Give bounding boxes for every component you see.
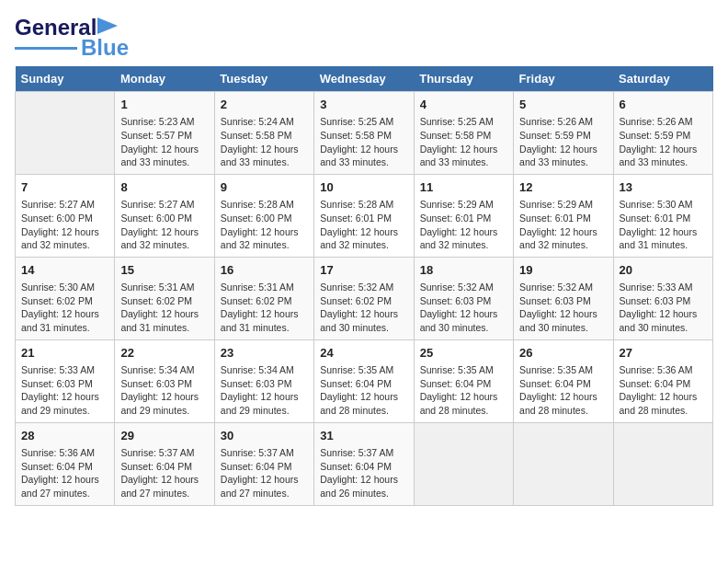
calendar-cell: 30Sunrise: 5:37 AMSunset: 6:04 PMDayligh… — [214, 422, 313, 505]
day-number: 31 — [320, 428, 407, 444]
calendar-cell: 14Sunrise: 5:30 AMSunset: 6:02 PMDayligh… — [16, 257, 115, 339]
day-number: 10 — [320, 179, 407, 196]
calendar-week-row: 21Sunrise: 5:33 AMSunset: 6:03 PMDayligh… — [16, 339, 713, 422]
calendar-cell: 8Sunrise: 5:27 AMSunset: 6:00 PMDaylight… — [115, 174, 214, 257]
page-header: General Blue — [15, 15, 713, 59]
day-number: 16 — [221, 262, 308, 279]
day-info: Sunrise: 5:32 AMSunset: 6:03 PMDaylight:… — [420, 281, 507, 335]
day-info: Sunrise: 5:33 AMSunset: 6:03 PMDaylight:… — [21, 363, 108, 418]
day-number: 8 — [120, 179, 208, 196]
day-info: Sunrise: 5:28 AMSunset: 6:01 PMDaylight:… — [320, 198, 407, 252]
day-number: 11 — [420, 179, 507, 196]
day-number: 2 — [221, 97, 308, 113]
day-info: Sunrise: 5:36 AMSunset: 6:04 PMDaylight:… — [21, 446, 108, 500]
day-number: 13 — [620, 179, 707, 196]
day-number: 28 — [21, 428, 108, 444]
calendar-header-row: SundayMondayTuesdayWednesdayThursdayFrid… — [16, 66, 713, 92]
day-info: Sunrise: 5:33 AMSunset: 6:03 PMDaylight:… — [620, 281, 707, 335]
calendar-cell: 9Sunrise: 5:28 AMSunset: 6:00 PMDaylight… — [214, 174, 313, 257]
calendar-cell — [613, 422, 712, 505]
day-number: 15 — [120, 262, 208, 279]
calendar-cell: 3Sunrise: 5:25 AMSunset: 5:58 PMDaylight… — [314, 92, 414, 175]
day-info: Sunrise: 5:31 AMSunset: 6:02 PMDaylight:… — [120, 281, 208, 335]
day-number: 29 — [120, 428, 208, 444]
calendar-week-row: 7Sunrise: 5:27 AMSunset: 6:00 PMDaylight… — [16, 174, 713, 257]
calendar-cell: 17Sunrise: 5:32 AMSunset: 6:02 PMDayligh… — [314, 257, 414, 339]
calendar-cell: 6Sunrise: 5:26 AMSunset: 5:59 PMDaylight… — [613, 92, 712, 175]
day-info: Sunrise: 5:35 AMSunset: 6:04 PMDaylight:… — [420, 363, 507, 418]
day-number: 26 — [519, 345, 607, 362]
weekday-header-thursday: Thursday — [414, 66, 513, 92]
calendar-cell: 4Sunrise: 5:25 AMSunset: 5:58 PMDaylight… — [414, 92, 513, 175]
calendar-cell: 2Sunrise: 5:24 AMSunset: 5:58 PMDaylight… — [214, 92, 313, 175]
day-number: 21 — [21, 345, 108, 362]
day-number: 1 — [120, 97, 208, 113]
day-number: 7 — [21, 179, 108, 196]
day-info: Sunrise: 5:26 AMSunset: 5:59 PMDaylight:… — [519, 115, 607, 169]
calendar-cell: 15Sunrise: 5:31 AMSunset: 6:02 PMDayligh… — [115, 257, 214, 339]
calendar-cell: 29Sunrise: 5:37 AMSunset: 6:04 PMDayligh… — [115, 422, 214, 505]
day-info: Sunrise: 5:34 AMSunset: 6:03 PMDaylight:… — [221, 363, 308, 418]
day-number: 30 — [221, 428, 308, 444]
calendar-cell — [414, 422, 513, 505]
calendar-cell: 19Sunrise: 5:32 AMSunset: 6:03 PMDayligh… — [514, 257, 613, 339]
day-info: Sunrise: 5:36 AMSunset: 6:04 PMDaylight:… — [620, 363, 707, 418]
calendar-cell: 20Sunrise: 5:33 AMSunset: 6:03 PMDayligh… — [613, 257, 712, 339]
calendar-cell: 10Sunrise: 5:28 AMSunset: 6:01 PMDayligh… — [314, 174, 414, 257]
calendar-cell: 7Sunrise: 5:27 AMSunset: 6:00 PMDaylight… — [16, 174, 115, 257]
calendar-cell: 23Sunrise: 5:34 AMSunset: 6:03 PMDayligh… — [214, 339, 313, 422]
day-number: 14 — [21, 262, 108, 279]
day-info: Sunrise: 5:35 AMSunset: 6:04 PMDaylight:… — [519, 363, 607, 418]
calendar-cell: 18Sunrise: 5:32 AMSunset: 6:03 PMDayligh… — [414, 257, 513, 339]
day-info: Sunrise: 5:37 AMSunset: 6:04 PMDaylight:… — [120, 446, 208, 500]
logo-underline — [15, 47, 77, 50]
weekday-header-sunday: Sunday — [16, 66, 115, 92]
calendar-cell: 27Sunrise: 5:36 AMSunset: 6:04 PMDayligh… — [613, 339, 712, 422]
calendar-cell — [16, 92, 115, 175]
day-info: Sunrise: 5:28 AMSunset: 6:00 PMDaylight:… — [221, 198, 308, 252]
day-number: 3 — [320, 97, 407, 113]
day-number: 5 — [519, 97, 607, 113]
day-info: Sunrise: 5:24 AMSunset: 5:58 PMDaylight:… — [221, 115, 308, 169]
calendar-cell: 21Sunrise: 5:33 AMSunset: 6:03 PMDayligh… — [16, 339, 115, 422]
day-info: Sunrise: 5:34 AMSunset: 6:03 PMDaylight:… — [120, 363, 208, 418]
day-number: 24 — [320, 345, 407, 362]
day-number: 6 — [620, 97, 707, 113]
day-number: 17 — [320, 262, 407, 279]
day-number: 18 — [420, 262, 507, 279]
day-info: Sunrise: 5:27 AMSunset: 6:00 PMDaylight:… — [120, 198, 208, 252]
day-info: Sunrise: 5:25 AMSunset: 5:58 PMDaylight:… — [320, 115, 407, 169]
day-number: 19 — [519, 262, 607, 279]
calendar-cell — [514, 422, 613, 505]
logo: General Blue — [15, 15, 129, 59]
calendar-cell: 31Sunrise: 5:37 AMSunset: 6:04 PMDayligh… — [314, 422, 414, 505]
calendar-week-row: 14Sunrise: 5:30 AMSunset: 6:02 PMDayligh… — [16, 257, 713, 339]
day-info: Sunrise: 5:37 AMSunset: 6:04 PMDaylight:… — [320, 446, 407, 500]
calendar-week-row: 28Sunrise: 5:36 AMSunset: 6:04 PMDayligh… — [16, 422, 713, 505]
day-info: Sunrise: 5:29 AMSunset: 6:01 PMDaylight:… — [420, 198, 507, 252]
day-info: Sunrise: 5:26 AMSunset: 5:59 PMDaylight:… — [620, 115, 707, 169]
day-number: 27 — [620, 345, 707, 362]
day-number: 20 — [620, 262, 707, 279]
day-info: Sunrise: 5:37 AMSunset: 6:04 PMDaylight:… — [221, 446, 308, 500]
calendar-week-row: 1Sunrise: 5:23 AMSunset: 5:57 PMDaylight… — [16, 92, 713, 175]
day-info: Sunrise: 5:25 AMSunset: 5:58 PMDaylight:… — [420, 115, 507, 169]
logo-arrow-icon — [97, 17, 118, 34]
calendar-table: SundayMondayTuesdayWednesdayThursdayFrid… — [15, 66, 713, 506]
day-number: 12 — [519, 179, 607, 196]
calendar-cell: 25Sunrise: 5:35 AMSunset: 6:04 PMDayligh… — [414, 339, 513, 422]
weekday-header-wednesday: Wednesday — [314, 66, 414, 92]
calendar-cell: 16Sunrise: 5:31 AMSunset: 6:02 PMDayligh… — [214, 257, 313, 339]
weekday-header-tuesday: Tuesday — [214, 66, 313, 92]
calendar-cell: 22Sunrise: 5:34 AMSunset: 6:03 PMDayligh… — [115, 339, 214, 422]
day-info: Sunrise: 5:30 AMSunset: 6:02 PMDaylight:… — [21, 281, 108, 335]
day-info: Sunrise: 5:32 AMSunset: 6:02 PMDaylight:… — [320, 281, 407, 335]
svg-marker-0 — [97, 17, 118, 34]
day-info: Sunrise: 5:35 AMSunset: 6:04 PMDaylight:… — [320, 363, 407, 418]
day-info: Sunrise: 5:32 AMSunset: 6:03 PMDaylight:… — [519, 281, 607, 335]
day-info: Sunrise: 5:30 AMSunset: 6:01 PMDaylight:… — [620, 198, 707, 252]
calendar-cell: 28Sunrise: 5:36 AMSunset: 6:04 PMDayligh… — [16, 422, 115, 505]
calendar-cell: 24Sunrise: 5:35 AMSunset: 6:04 PMDayligh… — [314, 339, 414, 422]
logo-text-blue: Blue — [81, 37, 129, 59]
day-number: 23 — [221, 345, 308, 362]
